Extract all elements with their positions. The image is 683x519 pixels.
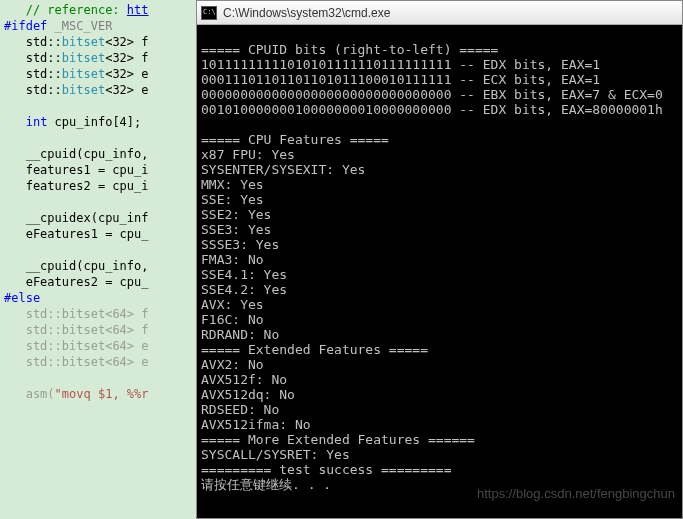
pp-ifdef: #ifdef bbox=[4, 19, 47, 33]
cmd-line: MMX: Yes bbox=[201, 177, 264, 192]
cmd-line: 00011101101101101011100010111111 -- ECX … bbox=[201, 72, 600, 87]
cmd-window[interactable]: C:\Windows\system32\cmd.exe ===== CPUID … bbox=[196, 0, 683, 519]
cmd-line: 00000000000000000000000000000000 -- EBX … bbox=[201, 87, 663, 102]
cmd-line: ===== CPU Features ===== bbox=[201, 132, 389, 147]
cmd-line: SSE: Yes bbox=[201, 192, 264, 207]
cmd-line: SSE3: Yes bbox=[201, 222, 271, 237]
cmd-line: SSE2: Yes bbox=[201, 207, 271, 222]
code-comment: // reference: bbox=[4, 3, 127, 17]
cmd-line: SSE4.2: Yes bbox=[201, 282, 287, 297]
cmd-line: 请按任意键继续. . . bbox=[201, 477, 331, 492]
cmd-line: RDSEED: No bbox=[201, 402, 279, 417]
cmd-line: RDRAND: No bbox=[201, 327, 279, 342]
cmd-line: AVX: Yes bbox=[201, 297, 264, 312]
cmd-line: 00101000000010000000010000000000 -- EDX … bbox=[201, 102, 663, 117]
cmd-line: SSE4.1: Yes bbox=[201, 267, 287, 282]
cmd-body[interactable]: ===== CPUID bits (right-to-left) ===== 1… bbox=[197, 25, 682, 518]
cmd-line: ===== CPUID bits (right-to-left) ===== bbox=[201, 42, 498, 57]
cmd-line: ===== Extended Features ===== bbox=[201, 342, 428, 357]
cmd-line: x87 FPU: Yes bbox=[201, 147, 295, 162]
cmd-icon bbox=[201, 6, 217, 20]
code-link[interactable]: htt bbox=[127, 3, 149, 17]
cmd-line: FMA3: No bbox=[201, 252, 264, 267]
code-editor-pane[interactable]: // reference: htt #ifdef _MSC_VER std::b… bbox=[0, 0, 196, 519]
cmd-line: AVX512ifma: No bbox=[201, 417, 311, 432]
cmd-line: 10111111111010101111110111111111 -- EDX … bbox=[201, 57, 600, 72]
cmd-line: ========= test success ========= bbox=[201, 462, 451, 477]
cmd-line: ===== More Extended Features ====== bbox=[201, 432, 475, 447]
pp-else: #else bbox=[4, 291, 40, 305]
cmd-line: SYSCALL/SYSRET: Yes bbox=[201, 447, 350, 462]
cmd-line: AVX2: No bbox=[201, 357, 264, 372]
cmd-line: AVX512f: No bbox=[201, 372, 287, 387]
cmd-line: F16C: No bbox=[201, 312, 264, 327]
cmd-title: C:\Windows\system32\cmd.exe bbox=[223, 6, 390, 20]
cmd-line: SYSENTER/SYSEXIT: Yes bbox=[201, 162, 365, 177]
cmd-titlebar[interactable]: C:\Windows\system32\cmd.exe bbox=[197, 1, 682, 25]
cmd-line: SSSE3: Yes bbox=[201, 237, 279, 252]
cmd-line: AVX512dq: No bbox=[201, 387, 295, 402]
